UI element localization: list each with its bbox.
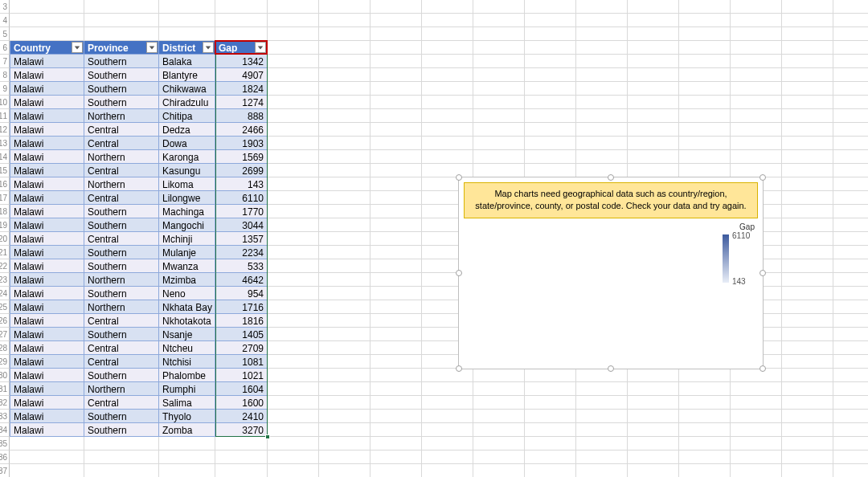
row-header[interactable]: 35 (0, 437, 10, 450)
cell[interactable] (422, 450, 473, 464)
table-cell[interactable]: Malawi (10, 205, 84, 218)
cell[interactable] (268, 164, 319, 177)
cell[interactable] (371, 410, 422, 423)
cell[interactable] (319, 177, 371, 191)
cell[interactable] (215, 27, 268, 41)
table-cell[interactable]: Malawi (10, 164, 84, 177)
cell[interactable] (782, 450, 833, 464)
table-cell[interactable]: Malawi (10, 82, 84, 96)
cell[interactable] (319, 218, 371, 232)
cell[interactable] (525, 437, 576, 450)
cell[interactable] (268, 55, 319, 68)
cell[interactable] (215, 0, 268, 14)
filter-dropdown-icon[interactable] (255, 42, 266, 53)
filter-dropdown-icon[interactable] (72, 42, 83, 53)
cell[interactable] (371, 68, 422, 82)
cell[interactable] (628, 27, 679, 41)
cell[interactable] (371, 287, 422, 300)
cell[interactable] (319, 82, 371, 96)
table-cell[interactable]: Mchinji (159, 232, 215, 246)
cell[interactable] (833, 410, 868, 423)
cell[interactable] (319, 287, 371, 300)
table-cell[interactable]: 1604 (215, 382, 268, 396)
cell[interactable] (576, 41, 628, 55)
cell[interactable] (319, 382, 371, 396)
cell[interactable] (731, 369, 782, 382)
cell[interactable] (833, 396, 868, 410)
cell[interactable] (679, 437, 731, 450)
table-cell[interactable]: 533 (215, 259, 268, 273)
cell[interactable] (319, 0, 371, 14)
row-header[interactable]: 8 (0, 68, 10, 82)
row-header[interactable]: 10 (0, 96, 10, 109)
table-cell[interactable]: 1770 (215, 205, 268, 218)
table-cell[interactable]: Mzimba (159, 273, 215, 287)
cell[interactable] (422, 96, 473, 109)
cell[interactable] (679, 41, 731, 55)
cell[interactable] (159, 27, 215, 41)
table-cell[interactable]: Central (84, 191, 159, 205)
cell[interactable] (576, 437, 628, 450)
cell[interactable] (473, 123, 525, 137)
row-header[interactable]: 32 (0, 396, 10, 410)
cell[interactable] (782, 55, 833, 68)
cell[interactable] (473, 137, 525, 150)
table-cell[interactable]: Ntcheu (159, 341, 215, 355)
cell[interactable] (782, 27, 833, 41)
table-cell[interactable]: Central (84, 137, 159, 150)
cell[interactable] (525, 150, 576, 164)
filter-dropdown-icon[interactable] (146, 42, 158, 53)
table-cell[interactable]: 1081 (215, 355, 268, 369)
table-cell[interactable]: Kasungu (159, 164, 215, 177)
cell[interactable] (319, 259, 371, 273)
table-cell[interactable]: Malawi (10, 382, 84, 396)
table-cell[interactable]: Northern (84, 273, 159, 287)
table-cell[interactable]: Neno (159, 287, 215, 300)
cell[interactable] (371, 450, 422, 464)
cell[interactable] (371, 464, 422, 477)
cell[interactable] (679, 0, 731, 14)
cell[interactable] (576, 68, 628, 82)
table-cell[interactable]: Southern (84, 259, 159, 273)
row-header[interactable]: 29 (0, 355, 10, 369)
cell[interactable] (731, 82, 782, 96)
table-cell[interactable]: Dedza (159, 123, 215, 137)
cell[interactable] (576, 396, 628, 410)
cell[interactable] (268, 410, 319, 423)
table-cell[interactable]: Salima (159, 396, 215, 410)
map-chart-object[interactable]: Map charts need geographical data such a… (458, 177, 764, 369)
cell[interactable] (422, 423, 473, 437)
cell[interactable] (473, 410, 525, 423)
row-header[interactable]: 34 (0, 423, 10, 437)
cell[interactable] (782, 82, 833, 96)
cell[interactable] (525, 423, 576, 437)
cell[interactable] (525, 369, 576, 382)
cell[interactable] (679, 410, 731, 423)
cell[interactable] (268, 423, 319, 437)
row-header[interactable]: 26 (0, 314, 10, 328)
cell[interactable] (319, 27, 371, 41)
cell[interactable] (371, 369, 422, 382)
cell[interactable] (159, 437, 215, 450)
cell[interactable] (525, 137, 576, 150)
cell[interactable] (422, 82, 473, 96)
cell[interactable] (576, 82, 628, 96)
row-header[interactable]: 25 (0, 300, 10, 314)
cell[interactable] (731, 437, 782, 450)
cell[interactable] (525, 41, 576, 55)
table-cell[interactable]: Malawi (10, 232, 84, 246)
cell[interactable] (268, 287, 319, 300)
cell[interactable] (833, 218, 868, 232)
cell[interactable] (268, 0, 319, 14)
table-cell[interactable]: Malawi (10, 177, 84, 191)
cell[interactable] (782, 96, 833, 109)
cell[interactable] (576, 410, 628, 423)
table-cell[interactable]: 1600 (215, 396, 268, 410)
table-cell[interactable]: 3044 (215, 218, 268, 232)
cell[interactable] (159, 0, 215, 14)
table-cell[interactable]: Malawi (10, 314, 84, 328)
cell[interactable] (10, 464, 84, 477)
row-header[interactable]: 33 (0, 410, 10, 423)
cell[interactable] (525, 55, 576, 68)
cell[interactable] (628, 82, 679, 96)
